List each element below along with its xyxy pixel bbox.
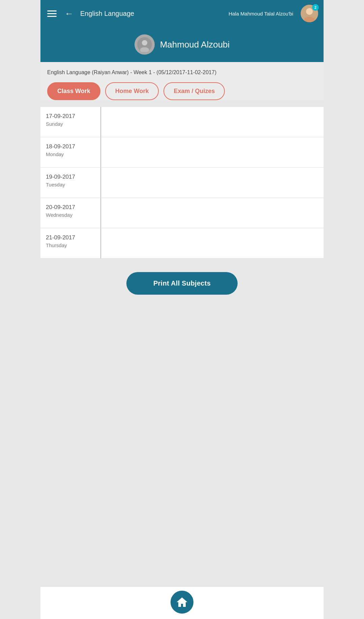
- day-content: [101, 107, 324, 137]
- notification-badge: 2: [312, 4, 319, 11]
- table-row: 18-09-2017 Monday: [40, 137, 324, 168]
- tab-exam-quizes[interactable]: Exam / Quizes: [163, 82, 225, 100]
- day-name: Monday: [46, 151, 95, 157]
- day-date: 21-09-2017: [46, 234, 95, 241]
- print-all-button[interactable]: Print All Subjects: [126, 272, 238, 295]
- bottom-nav: [40, 586, 324, 619]
- day-content: [101, 198, 324, 228]
- day-content: [101, 137, 324, 167]
- bottom-section: Print All Subjects: [40, 259, 324, 335]
- table-row: 17-09-2017 Sunday: [40, 107, 324, 137]
- tabs-row: Class Work Home Work Exam / Quizes: [47, 82, 317, 100]
- day-content: [101, 168, 324, 198]
- day-date: 20-09-2017: [46, 204, 95, 211]
- svg-point-1: [306, 8, 313, 15]
- home-button[interactable]: [171, 591, 193, 614]
- student-name: Mahmoud Alzoubi: [160, 39, 230, 50]
- svg-point-4: [142, 40, 147, 46]
- day-label: 21-09-2017 Thursday: [40, 228, 101, 258]
- student-banner: Mahmoud Alzoubi: [40, 27, 324, 62]
- header-title: English Language: [80, 10, 224, 18]
- day-name: Tuesday: [46, 182, 95, 187]
- table-row: 19-09-2017 Tuesday: [40, 168, 324, 198]
- day-label: 18-09-2017 Monday: [40, 137, 101, 167]
- app-header: ← English Language Hala Mahmoud Talal Al…: [40, 0, 324, 27]
- day-date: 17-09-2017: [46, 113, 95, 120]
- header-user: Hala Mahmoud Talal Alzou'bi: [229, 11, 293, 17]
- day-name: Sunday: [46, 121, 95, 127]
- tab-class-work[interactable]: Class Work: [47, 82, 100, 100]
- day-date: 19-09-2017: [46, 174, 95, 180]
- day-name: Thursday: [46, 242, 95, 248]
- day-label: 19-09-2017 Tuesday: [40, 168, 101, 198]
- table-row: 21-09-2017 Thursday: [40, 228, 324, 259]
- day-content: [101, 228, 324, 258]
- day-label: 17-09-2017 Sunday: [40, 107, 101, 137]
- home-icon: [176, 596, 188, 608]
- menu-icon[interactable]: [46, 9, 58, 18]
- back-icon[interactable]: ←: [62, 7, 76, 20]
- student-avatar: [134, 34, 155, 55]
- info-section: English Language (Raiyan Anwar) - Week 1…: [40, 62, 324, 100]
- course-info: English Language (Raiyan Anwar) - Week 1…: [47, 69, 317, 76]
- tab-home-work[interactable]: Home Work: [105, 82, 159, 100]
- day-label: 20-09-2017 Wednesday: [40, 198, 101, 228]
- avatar-container[interactable]: 2: [301, 5, 318, 22]
- day-date: 18-09-2017: [46, 143, 95, 150]
- day-name: Wednesday: [46, 212, 95, 218]
- days-section: 17-09-2017 Sunday 18-09-2017 Monday 19-0…: [40, 107, 324, 259]
- table-row: 20-09-2017 Wednesday: [40, 198, 324, 228]
